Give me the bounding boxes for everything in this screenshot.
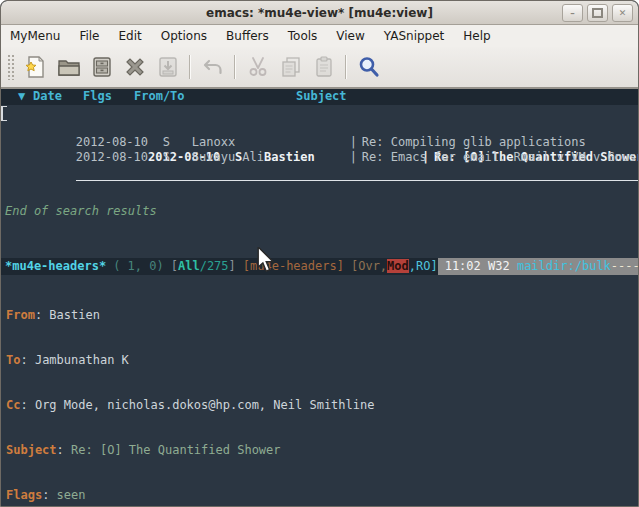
column-from-to[interactable]: From/To <box>134 89 296 105</box>
close-button[interactable]: ✕ <box>612 4 633 22</box>
field-value: seen <box>57 488 86 502</box>
minimize-icon: – <box>570 9 575 18</box>
mouse-cursor <box>255 247 277 277</box>
current-row-fringe-mark <box>1 106 7 121</box>
toolbar <box>1 47 638 89</box>
menu-item-yasnippet[interactable]: YASnippet <box>383 27 446 45</box>
window-title: emacs: *mu4e-view* [mu4e:view] <box>1 6 638 20</box>
table-row[interactable]: 2012-08-10SSuvayu Ali|Re: Emacs for emai… <box>1 135 638 150</box>
filter-label: All <box>178 259 200 273</box>
undo-icon[interactable] <box>196 52 229 82</box>
close-buffer-icon[interactable] <box>118 52 151 82</box>
field-value[interactable]: Jambunathan K <box>35 353 129 367</box>
field-value: Re: [O] The Quantified Shower <box>71 443 281 457</box>
menu-item-mymenu[interactable]: MyMenu <box>9 27 61 45</box>
table-row[interactable]: 2012-08-10SBastien|Re: [O] The Quantifie… <box>1 105 638 120</box>
maximize-icon <box>592 8 603 18</box>
menu-item-file[interactable]: File <box>78 27 100 45</box>
headers-list: 2012-08-10SBastien|Re: [O] The Quantifie… <box>1 105 638 204</box>
save-icon[interactable] <box>151 52 184 82</box>
copy-icon[interactable] <box>274 52 307 82</box>
toolbar-separator <box>345 55 347 79</box>
field-colon: : <box>35 308 49 322</box>
headers-empty-area <box>1 219 638 258</box>
menu-item-edit[interactable]: Edit <box>118 27 143 45</box>
readonly-flag: ,RO] <box>409 259 438 273</box>
end-of-search-results: End of search results <box>1 204 638 219</box>
window-titlebar[interactable]: emacs: *mu4e-view* [mu4e:view] – ✕ <box>1 1 638 25</box>
message-count: /275 <box>200 259 229 273</box>
message-header-field: From: Bastien <box>6 308 638 323</box>
cursor-position: ( 1, 0) <box>113 259 164 273</box>
table-row[interactable]: 2012-08-10SLanoxx|Re: Compiling glib app… <box>1 120 638 135</box>
column-flags[interactable]: Flgs <box>83 89 134 105</box>
menu-item-tools[interactable]: Tools <box>287 27 319 45</box>
bracket: [ <box>171 259 178 273</box>
search-icon[interactable] <box>352 52 385 82</box>
time-indicator: 11:02 W32 <box>445 259 517 273</box>
field-colon: : <box>20 398 34 412</box>
buffer-flags: [Ovr, <box>351 259 387 273</box>
open-folder-icon[interactable] <box>52 52 85 82</box>
paste-icon[interactable] <box>307 52 340 82</box>
minimize-button[interactable]: – <box>562 4 583 22</box>
modeline-headers[interactable]: *mu4e-headers*( 1, 0)[All/275][mu4e-head… <box>1 258 638 275</box>
field-label: Cc <box>6 398 20 412</box>
close-icon: ✕ <box>619 9 627 18</box>
emacs-frame: ▼ Date Flgs From/To Subject 2012-08-10SB… <box>1 89 638 507</box>
menu-item-buffers[interactable]: Buffers <box>225 27 270 45</box>
row-date: 2012-08-10 <box>76 150 163 165</box>
sort-descending-icon[interactable]: ▼ <box>18 89 33 105</box>
menu-item-help[interactable]: Help <box>462 27 491 45</box>
row-separator: | <box>350 150 362 165</box>
column-subject[interactable]: Subject <box>296 89 347 105</box>
field-label: Subject <box>6 443 57 457</box>
field-colon: : <box>57 443 71 457</box>
dired-icon[interactable] <box>85 52 118 82</box>
toolbar-separator <box>234 55 236 79</box>
modeline-dashes: ------------------------------ <box>611 259 638 273</box>
buffer-name: *mu4e-headers* <box>5 259 106 273</box>
maximize-button[interactable] <box>587 4 608 22</box>
row-flags: S <box>163 150 192 165</box>
field-label: From <box>6 308 35 322</box>
field-label: To <box>6 353 20 367</box>
menubar: MyMenu File Edit Options Buffers Tools V… <box>1 25 638 47</box>
message-header-field: Flags: seen <box>6 488 638 503</box>
row-subject: Re: Emacs for email: Rmail v VM v Gnus <box>362 150 637 164</box>
field-colon: : <box>42 488 56 502</box>
toolbar-separator <box>189 55 191 79</box>
emacs-window: emacs: *mu4e-view* [mu4e:view] – ✕ MyMen… <box>0 0 639 507</box>
cut-icon[interactable] <box>241 52 274 82</box>
field-value[interactable]: Org Mode, nicholas.dokos@hp.com, Neil Sm… <box>35 398 375 412</box>
message-header-field: To: Jambunathan K <box>6 353 638 368</box>
message-header-field: Subject: Re: [O] The Quantified Shower <box>6 443 638 458</box>
menu-item-options[interactable]: Options <box>160 27 208 45</box>
menu-item-view[interactable]: View <box>335 27 365 45</box>
bracket: ] <box>229 259 236 273</box>
field-label: Flags <box>6 488 42 502</box>
new-file-icon[interactable] <box>19 52 52 82</box>
column-date[interactable]: Date <box>33 89 83 105</box>
field-value[interactable]: Bastien <box>49 308 100 322</box>
toolbar-drag-handle[interactable] <box>7 54 15 80</box>
message-view: From: Bastien To: Jambunathan K Cc: Org … <box>1 275 638 507</box>
modified-flag: Mod <box>387 259 409 273</box>
message-header-field: Cc: Org Mode, nicholas.dokos@hp.com, Nei… <box>6 398 638 413</box>
field-colon: : <box>20 353 34 367</box>
row-from: Suvayu Ali <box>192 150 350 165</box>
maildir-indicator: maildir:/bulk <box>517 259 611 273</box>
headers-header-line[interactable]: ▼ Date Flgs From/To Subject <box>1 89 638 105</box>
